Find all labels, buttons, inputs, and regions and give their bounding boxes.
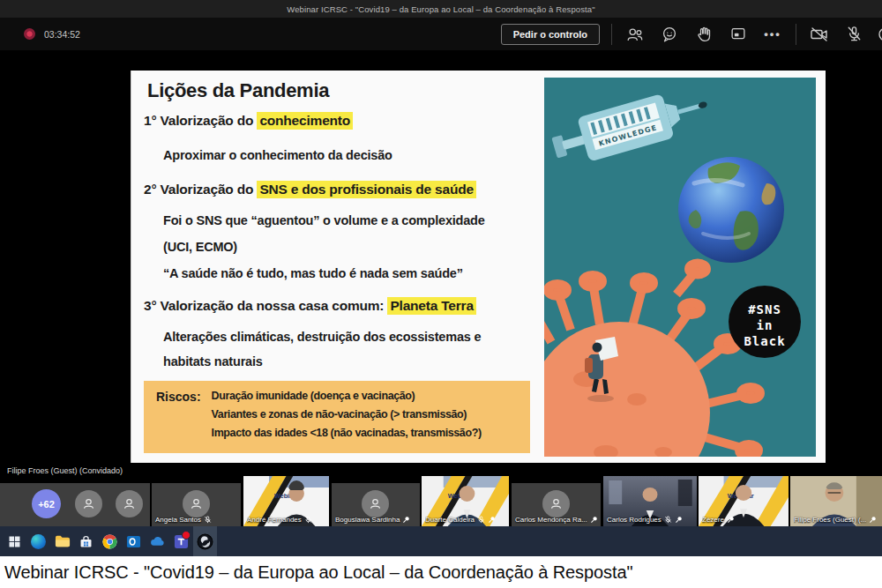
teams-meeting-window: Webinar ICRSC - "Covid19 – da Europa ao …: [0, 0, 882, 588]
participant-tile[interactable]: Boguslawa Sardinha: [332, 483, 420, 526]
chrome-icon[interactable]: [98, 526, 122, 556]
breakout-rooms-icon[interactable]: [727, 23, 750, 46]
avatar: [183, 490, 210, 517]
risks-label: Riscos:: [156, 390, 201, 404]
windows-taskbar: [0, 526, 882, 556]
participant-name: Angela Santos: [155, 516, 201, 524]
participant-name: Carlos Rodrigues: [607, 516, 662, 524]
slide-subpoint: “A saúde não é tudo, mas tudo é nada sem…: [163, 266, 463, 280]
window-title: Webinar ICRSC - "Covid19 – da Europa ao …: [287, 4, 594, 14]
pin-icon: [402, 516, 410, 524]
participant-tile[interactable]: Angela Santos: [152, 483, 241, 526]
shared-screen-stage: Lições da Pandemia 1° Valorização do con…: [0, 50, 882, 476]
recording-timer: 03:34:52: [44, 29, 80, 40]
pin-icon: [675, 516, 683, 524]
teams-icon[interactable]: [169, 526, 193, 556]
toolbar-divider: [796, 24, 796, 45]
hidden-participants-tile[interactable]: +62: [0, 483, 150, 526]
slide-point-1: 1° Valorização do conhecimento: [144, 113, 353, 129]
participant-tile[interactable]: Webinar Zézere: [699, 476, 789, 526]
slide-point-2: 2° Valorização do SNS e dos profissionai…: [144, 182, 476, 197]
slide-title: Lições da Pandemia: [147, 79, 329, 102]
mic-off-icon: [304, 516, 312, 524]
record-icon: [24, 28, 35, 40]
obs-icon[interactable]: [193, 526, 217, 556]
pin-icon: [488, 516, 496, 524]
participant-name: André Fernandes: [247, 516, 302, 524]
avatar: [75, 490, 102, 517]
slide-subpoint: habitats naturais: [163, 354, 263, 368]
more-options-icon[interactable]: •••: [761, 23, 784, 46]
edge-icon[interactable]: [26, 526, 50, 556]
participant-tile[interactable]: Carlos Mendonça Ra...: [512, 483, 601, 526]
participant-name: Duarte Caldeira: [425, 516, 475, 524]
request-control-button[interactable]: Pedir o controlo: [501, 24, 600, 45]
participant-tile[interactable]: Filipe Froes (Guest) (...: [790, 476, 882, 526]
pin-icon: [869, 516, 877, 524]
participant-name: Boguslawa Sardinha: [335, 516, 400, 524]
file-explorer-icon[interactable]: [50, 526, 74, 556]
store-icon[interactable]: [74, 526, 98, 556]
participant-tile[interactable]: Webinar André Fernandes: [243, 476, 329, 526]
participant-name: Filipe Froes (Guest) (...: [794, 516, 866, 524]
participants-icon[interactable]: [624, 23, 647, 46]
highlighted-text: SNS e dos profissionais de saúde: [257, 181, 476, 198]
notification-badge: [182, 531, 191, 540]
camera-off-icon[interactable]: [808, 23, 831, 46]
mic-off-icon: [477, 516, 485, 524]
covid-illustration: KNOWLEDGE #SNS in Black: [544, 78, 816, 457]
participant-tile[interactable]: Carlos Rodrigues: [603, 476, 697, 526]
mic-off-icon: [664, 516, 672, 524]
participant-tile[interactable]: Webinar Duarte Caldeira: [422, 476, 509, 526]
svg-text:in: in: [757, 318, 774, 332]
overflow-count-badge: +62: [32, 489, 61, 518]
participant-filmstrip: +62 Angela Santos Webinar: [0, 476, 882, 526]
avatar: [362, 490, 389, 517]
meeting-toolbar: 03:34:52 Pedir o controlo: [0, 18, 882, 50]
point-text: 2° Valorização do: [144, 182, 257, 197]
start-icon[interactable]: [3, 526, 26, 556]
cut-off-icon: [877, 25, 882, 44]
mic-off-icon: [204, 516, 212, 524]
slide-subpoint: Alterações climáticas, destruição dos ec…: [163, 330, 481, 344]
highlighted-text: conhecimento: [257, 112, 353, 130]
window-title-bar: Webinar ICRSC - "Covid19 – da Europa ao …: [0, 0, 882, 18]
onedrive-icon[interactable]: [146, 526, 169, 556]
raise-hand-icon[interactable]: [692, 23, 715, 46]
mic-off-icon[interactable]: [842, 23, 865, 46]
presenter-name-label: Filipe Froes (Guest) (Convidado): [7, 466, 123, 475]
caption-text: Webinar ICRSC - "Covid19 – da Europa ao …: [0, 562, 632, 583]
participant-name: Carlos Mendonça Ra...: [515, 516, 587, 524]
presentation-slide: Lições da Pandemia 1° Valorização do con…: [131, 71, 826, 463]
svg-text:Black: Black: [744, 334, 785, 348]
risk-item: Variantes e zonas de não-vacinação (> tr…: [212, 408, 482, 421]
slide-point-3: 3° Valorização da nossa casa comum: Plan…: [144, 298, 476, 314]
risk-item: Impacto das idades <18 (não vacinadas, t…: [212, 427, 482, 439]
svg-text:#SNS: #SNS: [748, 302, 781, 316]
avatar: [116, 490, 143, 517]
slide-subpoint: Aproximar o conhecimento da decisão: [163, 148, 392, 162]
risk-item: Duração imunidade (doença e vacinação): [212, 390, 482, 402]
avatar: [542, 490, 570, 517]
point-text: 1° Valorização do: [144, 113, 257, 128]
risks-box: Riscos: Duração imunidade (doença e vaci…: [144, 381, 530, 453]
earth-icon: [678, 157, 784, 263]
slide-subpoint: Foi o SNS que “aguentou” o volume e a co…: [163, 213, 485, 227]
point-text: 3° Valorização da nossa casa comum:: [144, 298, 387, 313]
caption-bar: Webinar ICRSC - "Covid19 – da Europa ao …: [0, 556, 882, 588]
recording-indicator: 03:34:52: [24, 18, 80, 50]
sns-in-black-badge: #SNS in Black: [729, 286, 801, 358]
participant-name: Zézere: [702, 516, 724, 524]
pin-icon: [727, 516, 735, 524]
pin-icon: [590, 516, 598, 524]
chat-icon[interactable]: [658, 23, 681, 46]
toolbar-divider: [611, 24, 612, 45]
slide-subpoint: (UCI, ECMO): [163, 240, 237, 254]
outlook-icon[interactable]: [122, 526, 146, 556]
highlighted-text: Planeta Terra: [387, 297, 475, 315]
